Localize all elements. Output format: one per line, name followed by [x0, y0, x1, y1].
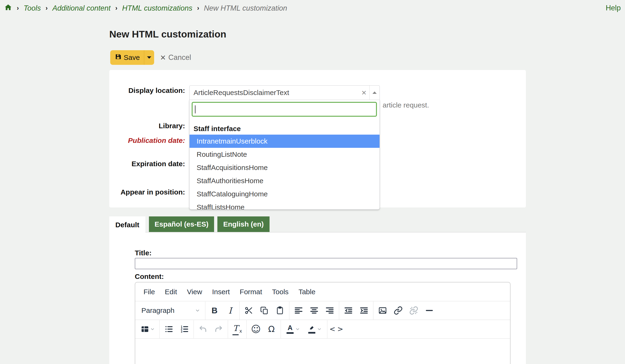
breadcrumb-separator: › [197, 4, 199, 12]
omega-icon: Ω [268, 325, 275, 333]
display-location-select[interactable]: ArticleRequestsDisclaimerText ✕ [189, 85, 380, 100]
menu-tools[interactable]: Tools [267, 288, 294, 296]
numbered-list-button[interactable]: 123 [177, 321, 192, 337]
align-right-button[interactable] [322, 302, 338, 319]
clear-formatting-button[interactable]: Tx [229, 321, 245, 337]
option-group-label: Staff interface [193, 125, 241, 133]
dropdown-search-input[interactable] [192, 102, 377, 117]
align-center-button[interactable] [306, 302, 322, 319]
option-staffacquisitionshome[interactable]: StaffAcquisitionsHome [189, 161, 379, 174]
copy-button[interactable] [256, 302, 272, 319]
table-icon [140, 325, 149, 334]
redo-button[interactable] [211, 321, 226, 337]
editor-toolbar-row2: 123 Tx ☺ Ω A [135, 320, 510, 338]
italic-icon: I [228, 306, 232, 315]
indent-button[interactable] [356, 302, 372, 319]
tab-default[interactable]: Default [109, 216, 145, 233]
breadcrumb-link-html-customizations[interactable]: HTML customizations [122, 4, 192, 12]
chevron-down-icon [295, 327, 300, 331]
html-customization-page: › Tools › Additional content › HTML cust… [0, 0, 625, 364]
help-link[interactable]: Help [606, 4, 621, 12]
cancel-button[interactable]: ✕ Cancel [160, 50, 191, 65]
source-code-button[interactable]: <> [329, 321, 344, 337]
breadcrumb: › Tools › Additional content › HTML cust… [0, 3, 287, 13]
toolbar-divider [205, 302, 205, 320]
menu-format[interactable]: Format [235, 288, 267, 296]
cut-icon [244, 306, 253, 315]
text-color-button[interactable]: A [282, 321, 304, 337]
align-left-button[interactable] [291, 302, 306, 319]
caret-down-icon [147, 56, 151, 59]
menu-insert[interactable]: Insert [207, 288, 235, 296]
italic-button[interactable]: I [222, 302, 238, 319]
option-intranetmainuserblock[interactable]: IntranetmainUserblock [189, 135, 379, 148]
clear-formatting-icon: Tx [232, 324, 242, 334]
insert-link-button[interactable] [390, 302, 406, 319]
editor-toolbar-row1: Paragraph B I [135, 301, 510, 320]
option-staffauthoritieshome[interactable]: StaffAuthoritiesHome [189, 174, 379, 187]
paste-button[interactable] [272, 302, 288, 319]
source-code-icon: <> [328, 326, 345, 333]
content-label: Content: [135, 273, 164, 280]
bullet-list-button[interactable] [161, 321, 177, 337]
editor-content-area[interactable] [135, 338, 510, 364]
display-location-hint: article request. [383, 101, 429, 109]
tab-espanol[interactable]: Español (es-ES) [149, 216, 214, 232]
undo-button[interactable] [195, 321, 211, 337]
undo-icon [198, 325, 208, 334]
unlink-button[interactable] [406, 302, 422, 319]
breadcrumb-current: New HTML customization [204, 4, 287, 12]
indent-icon [359, 306, 369, 315]
breadcrumb-bar: › Tools › Additional content › HTML cust… [0, 0, 625, 17]
breadcrumb-separator: › [46, 4, 48, 12]
menu-file[interactable]: File [139, 288, 160, 296]
clear-selection-icon[interactable]: ✕ [359, 89, 369, 96]
library-label: Library: [91, 122, 185, 130]
menu-view[interactable]: View [182, 288, 207, 296]
insert-image-button[interactable] [375, 302, 390, 319]
option-routinglistnote[interactable]: RoutingListNote [189, 148, 379, 161]
cut-button[interactable] [241, 302, 256, 319]
title-input[interactable] [135, 258, 517, 269]
editor-menubar: File Edit View Insert Format Tools Table [135, 282, 510, 301]
special-character-button[interactable]: Ω [264, 321, 279, 337]
menu-table[interactable]: Table [294, 288, 320, 296]
toolbar-divider [239, 302, 240, 320]
toolbar-divider [228, 320, 228, 338]
table-button[interactable] [137, 321, 158, 337]
cancel-x-icon: ✕ [160, 54, 166, 62]
select-arrow-zone[interactable] [369, 85, 379, 100]
breadcrumb-separator: › [17, 4, 19, 12]
display-location-selected-value: ArticleRequestsDisclaimerText [189, 89, 359, 97]
save-dropdown-toggle[interactable] [144, 50, 154, 65]
menu-edit[interactable]: Edit [160, 288, 182, 296]
save-icon [115, 54, 121, 61]
home-link[interactable] [4, 3, 12, 13]
chevron-down-icon [150, 327, 155, 331]
breadcrumb-link-additional-content[interactable]: Additional content [52, 4, 110, 12]
breadcrumb-link-tools[interactable]: Tools [24, 4, 41, 12]
highlight-color-button[interactable] [304, 321, 326, 337]
save-button[interactable]: Save [110, 50, 144, 65]
option-staffcataloguinghome[interactable]: StaffCataloguingHome [189, 187, 379, 201]
emoji-button[interactable]: ☺ [248, 321, 264, 337]
toolbar-divider [193, 320, 194, 338]
breadcrumb-separator: › [115, 4, 117, 12]
option-stafflistshome[interactable]: StaffListsHome [189, 201, 379, 210]
outdent-button[interactable] [341, 302, 356, 319]
bold-button[interactable]: B [207, 302, 222, 319]
tab-english[interactable]: English (en) [217, 216, 270, 232]
paste-icon [276, 306, 284, 315]
align-left-icon [294, 306, 303, 315]
image-icon [378, 306, 387, 315]
bullet-list-icon [164, 325, 173, 334]
toolbar-divider [373, 302, 374, 320]
display-location-dropdown: Staff interface IntranetmainUserblock Ro… [189, 100, 380, 210]
paragraph-format-select[interactable]: Paragraph [137, 302, 204, 319]
save-split-button[interactable]: Save [110, 50, 154, 65]
horizontal-rule-button[interactable] [422, 302, 437, 319]
home-icon [4, 3, 12, 13]
bold-icon: B [212, 306, 217, 315]
title-label: Title: [135, 249, 152, 257]
align-center-icon [310, 306, 319, 315]
